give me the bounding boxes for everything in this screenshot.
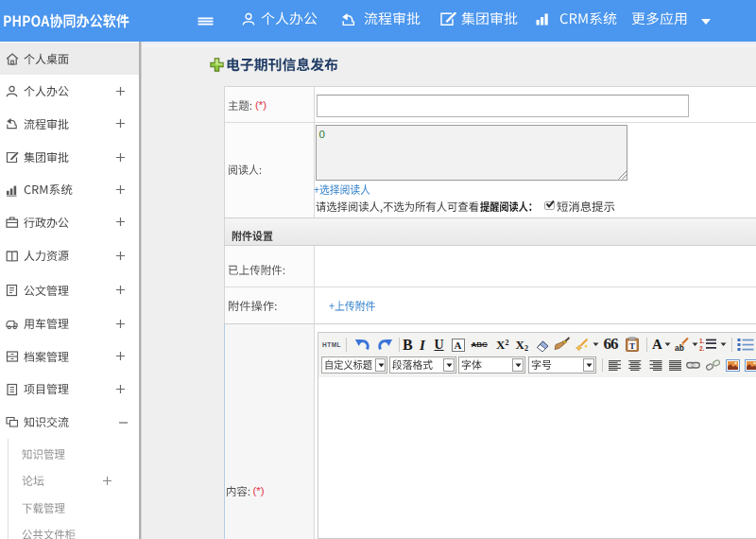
svg-text:T: T — [629, 341, 635, 351]
svg-text:2.: 2. — [699, 345, 705, 352]
svg-text:ab: ab — [675, 343, 684, 353]
svg-text:1.: 1. — [699, 338, 705, 344]
